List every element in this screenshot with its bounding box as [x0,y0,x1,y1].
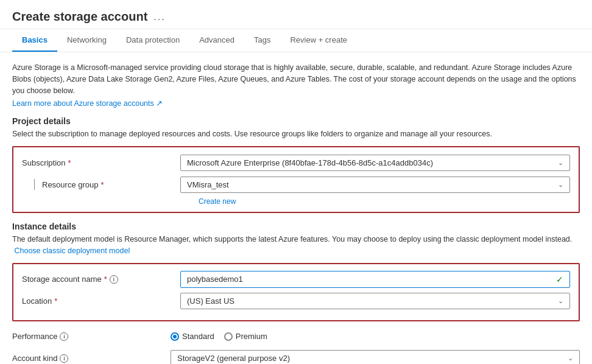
subscription-chevron-icon: ⌄ [558,159,563,167]
performance-radio-group: Standard Premium [171,332,580,341]
account-kind-info-icon[interactable]: i [60,354,68,363]
performance-row: Performance i Standard Premium [12,327,580,346]
instance-details-title: Instance details [12,222,580,231]
performance-premium-label: Premium [236,332,267,341]
tab-basics[interactable]: Basics [12,29,57,52]
resource-group-label: Resource group * [22,179,180,190]
location-dropdown[interactable]: (US) East US ⌄ [180,293,570,309]
location-label: Location * [22,296,180,306]
performance-standard-label: Standard [182,332,214,341]
location-required-star: * [54,296,57,306]
location-value: (US) East US [187,296,234,306]
page-title: Create storage account [12,10,147,24]
tab-review-create[interactable]: Review + create [280,29,357,52]
performance-standard-option[interactable]: Standard [171,332,214,341]
classic-deployment-link[interactable]: Choose classic deployment model [14,247,130,255]
subscription-value: Microsoft Azure Enterprise (8f40bfae-178… [187,158,433,167]
subscription-required-star: * [68,158,71,167]
location-control: (US) East US ⌄ [180,293,570,309]
content-area: Azure Storage is a Microsoft-managed ser… [0,52,592,364]
header-ellipsis: ... [153,12,165,23]
account-kind-chevron-icon: ⌄ [568,354,573,362]
account-kind-control: StorageV2 (general purpose v2) ⌄ [171,350,580,364]
account-kind-row: Account kind i StorageV2 (general purpos… [12,349,580,365]
account-kind-dropdown[interactable]: StorageV2 (general purpose v2) ⌄ [171,350,580,364]
subscription-row: Subscription * Microsoft Azure Enterpris… [22,153,570,172]
subscription-control: Microsoft Azure Enterprise (8f40bfae-178… [180,155,570,171]
storage-name-required-star: * [104,275,107,284]
standard-radio-circle [171,332,179,341]
storage-account-name-row: Storage account name * i polybasedemo1 ✓ [22,270,570,289]
resource-group-required-star: * [101,180,104,189]
tab-networking[interactable]: Networking [57,29,116,52]
performance-info-icon[interactable]: i [60,332,68,341]
create-new-link[interactable]: Create new [22,197,570,206]
tab-tags[interactable]: Tags [244,29,280,52]
account-kind-label: Account kind i [12,354,171,363]
resource-group-row: Resource group * VMisra_test ⌄ [22,175,570,194]
resource-group-chevron-icon: ⌄ [558,181,563,189]
resource-group-dropdown[interactable]: VMisra_test ⌄ [180,177,570,193]
resource-group-value: VMisra_test [187,180,229,189]
instance-details-desc: The default deployment model is Resource… [12,234,580,257]
storage-name-info-icon[interactable]: i [110,275,118,284]
project-details-desc: Select the subscription to manage deploy… [12,128,580,140]
storage-name-valid-icon: ✓ [556,275,563,284]
instance-bordered-section: Storage account name * i polybasedemo1 ✓… [12,263,580,321]
location-row: Location * (US) East US ⌄ [22,292,570,310]
subscription-dropdown[interactable]: Microsoft Azure Enterprise (8f40bfae-178… [180,155,570,171]
premium-radio-circle [224,332,233,341]
indent-line [34,179,35,190]
project-details-title: Project details [12,116,580,126]
performance-premium-option[interactable]: Premium [224,332,267,341]
storage-account-name-label: Storage account name * i [22,275,180,284]
account-kind-value: StorageV2 (general purpose v2) [177,354,290,363]
performance-label: Performance i [12,332,171,341]
intro-description: Azure Storage is a Microsoft-managed ser… [12,62,580,96]
performance-control: Standard Premium [171,332,580,341]
storage-account-name-input[interactable]: polybasedemo1 ✓ [180,271,570,288]
subscription-label: Subscription * [22,158,180,167]
tab-advanced[interactable]: Advanced [189,29,244,52]
storage-account-name-control: polybasedemo1 ✓ [180,271,570,288]
learn-more-link[interactable]: Learn more about Azure storage accounts … [12,99,163,108]
tabs-bar: Basics Networking Data protection Advanc… [0,29,592,52]
tab-data-protection[interactable]: Data protection [116,29,189,52]
location-chevron-icon: ⌄ [558,297,563,305]
resource-group-control: VMisra_test ⌄ [180,177,570,193]
storage-account-name-value: polybasedemo1 [187,275,243,284]
subscription-section: Subscription * Microsoft Azure Enterpris… [12,146,580,213]
